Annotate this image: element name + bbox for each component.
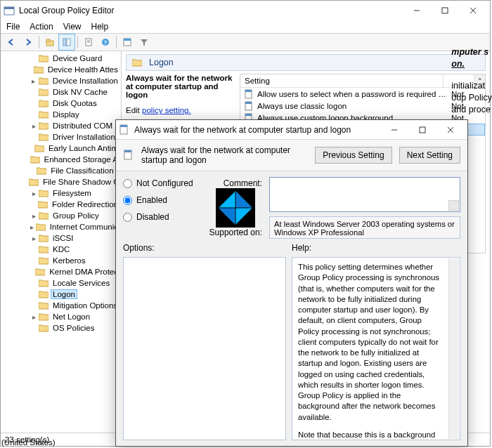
next-setting-button[interactable]: Next Setting <box>399 147 460 164</box>
policy-icon <box>119 124 130 136</box>
tree-item[interactable]: Mitigation Options <box>1 300 121 311</box>
options-box[interactable] <box>123 257 286 440</box>
help-button[interactable]: ? <box>98 34 113 50</box>
radio-enabled[interactable]: Enabled <box>123 195 202 205</box>
toggle-button[interactable] <box>119 34 135 50</box>
svg-rect-1 <box>4 7 14 9</box>
expand-icon[interactable]: ▸ <box>29 212 39 220</box>
folder-icon <box>39 312 48 321</box>
comment-field[interactable] <box>269 177 460 212</box>
tree-item[interactable]: Driver Installation <box>1 131 121 143</box>
tree-item[interactable]: Disk Quotas <box>1 98 121 109</box>
tree-item[interactable]: KDC <box>1 244 121 255</box>
tree-item-label: Device Guard <box>51 54 103 62</box>
tree-item[interactable]: Disk NV Cache <box>1 86 121 98</box>
dialog-minimize-button[interactable] <box>380 121 408 138</box>
tree-item-label: Display <box>51 110 81 119</box>
tree-item[interactable]: Early Launch Antim <box>1 143 121 154</box>
back-button[interactable] <box>4 34 19 50</box>
folder-icon <box>39 189 48 197</box>
tree-item[interactable]: Locale Services <box>1 277 121 289</box>
tree-item-label: Locale Services <box>51 279 111 287</box>
tree-item-label: Kernel DMA Protec <box>48 268 119 276</box>
tree-item[interactable]: Device Health Attes <box>1 64 121 75</box>
dialog-maximize-button[interactable] <box>408 121 436 138</box>
menu-view[interactable]: View <box>63 22 82 32</box>
tree-item[interactable]: Enhanced Storage A <box>1 154 121 165</box>
tree-item-label: Driver Installation <box>51 133 117 141</box>
radio-disabled[interactable]: Disabled <box>123 212 202 222</box>
tree-item[interactable]: ▸Filesystem <box>1 187 121 199</box>
folder-icon <box>39 110 48 119</box>
forward-button[interactable] <box>20 34 36 50</box>
expand-icon[interactable]: ▸ <box>29 77 39 85</box>
folder-icon <box>38 200 48 209</box>
tree-item[interactable]: Folder Redirection <box>1 199 121 210</box>
tree-item[interactable]: Display <box>1 109 121 120</box>
window-title: Local Group Policy Editor <box>15 6 403 15</box>
titlebar: Local Group Policy Editor <box>1 1 490 20</box>
menu-file[interactable]: File <box>6 22 20 32</box>
tree-item-label: Mitigation Options <box>51 301 119 310</box>
dialog-title: Always wait for the network at computer … <box>130 125 380 135</box>
expand-icon[interactable]: ▸ <box>29 235 39 242</box>
svg-rect-22 <box>245 114 252 116</box>
tree-item[interactable]: OS Policies <box>1 322 121 334</box>
supported-on-label: Supported on: <box>209 228 262 237</box>
resize-grip-icon[interactable] <box>448 200 459 211</box>
expand-icon[interactable]: ▸ <box>29 223 36 231</box>
help-box[interactable]: This policy setting determines whether G… <box>292 257 460 440</box>
tree-item[interactable]: Kernel DMA Protec <box>1 266 121 277</box>
close-button[interactable] <box>459 2 487 19</box>
tree-item[interactable]: Kerberos <box>1 255 121 266</box>
folder-icon <box>39 121 48 130</box>
menu-action[interactable]: Action <box>30 22 53 32</box>
tree-item[interactable]: ▸Device Installation <box>1 75 121 86</box>
maximize-button[interactable] <box>431 2 459 19</box>
folder-icon <box>39 77 48 85</box>
folder-icon <box>39 133 48 141</box>
folder-icon <box>39 290 48 298</box>
tree-item[interactable]: ▸Internet Communic <box>1 221 121 232</box>
expand-icon[interactable]: ▸ <box>29 190 39 197</box>
folder-icon <box>30 155 40 164</box>
tree-item-label: File Classification I <box>49 166 119 175</box>
up-button[interactable] <box>42 34 58 50</box>
folder-icon <box>29 178 39 186</box>
folder-icon <box>39 211 48 220</box>
svg-rect-16 <box>124 39 131 41</box>
filter-button[interactable] <box>136 34 152 50</box>
menubar: File Action View Help <box>1 20 490 33</box>
scrollbar[interactable] <box>448 258 459 439</box>
options-label: Options: <box>123 243 292 253</box>
column-setting[interactable]: Setting <box>240 74 443 87</box>
tree-item[interactable]: File Share Shadow C <box>1 176 121 187</box>
previous-setting-button[interactable]: Previous Setting <box>315 147 391 164</box>
tree-item[interactable]: File Classification I <box>1 165 121 176</box>
minimize-button[interactable] <box>403 2 431 19</box>
tree-item[interactable]: ▸Distributed COM <box>1 120 121 131</box>
tree-item[interactable]: Logon <box>1 289 121 300</box>
tree-view[interactable]: Device GuardDevice Health Attes▸Device I… <box>1 51 122 433</box>
svg-text:?: ? <box>104 39 108 46</box>
tree-item[interactable]: Device Guard <box>1 53 121 64</box>
list-item[interactable]: Always use classic logonNot <box>240 100 485 112</box>
show-hide-tree-button[interactable] <box>59 34 75 50</box>
folder-icon <box>34 65 44 74</box>
properties-button[interactable] <box>81 34 96 50</box>
tree-item[interactable]: ▸Group Policy <box>1 210 121 221</box>
menu-help[interactable]: Help <box>91 22 109 32</box>
app-icon <box>4 5 15 16</box>
folder-icon <box>132 58 142 67</box>
expand-icon[interactable]: ▸ <box>29 313 39 321</box>
tree-item-label: Early Launch Antim <box>47 144 119 152</box>
tree-item-label: File Share Shadow C <box>41 178 121 186</box>
edit-policy-link[interactable]: policy setting. <box>142 106 191 114</box>
radio-not-configured[interactable]: Not Configured <box>123 178 202 188</box>
expand-icon[interactable]: ▸ <box>29 122 39 130</box>
dialog-close-button[interactable] <box>436 121 465 138</box>
list-item[interactable]: Allow users to select when a password is… <box>240 88 485 100</box>
tree-item[interactable]: ▸iSCSI <box>1 232 121 244</box>
list-item-text: Allow users to select when a password is… <box>257 90 448 98</box>
tree-item[interactable]: ▸Net Logon <box>1 311 121 322</box>
